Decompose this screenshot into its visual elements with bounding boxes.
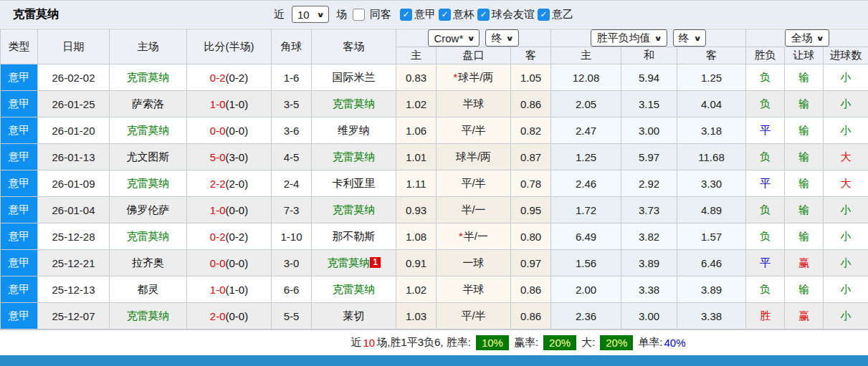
goals-result: 小 [841, 97, 852, 110]
sub-header-let: 让球 [785, 47, 824, 64]
odds-away-cell: 0.86 [511, 303, 551, 329]
big-rate-badge: 20% [600, 335, 633, 350]
avg-draw-cell: 3.00 [621, 117, 677, 144]
halftime-score: (0-0) [226, 125, 249, 137]
date-cell: 25-12-13 [38, 276, 110, 303]
goals-result-cell: 小 [824, 303, 868, 329]
corners-cell: 4-5 [272, 144, 312, 170]
wdl-result-cell: 平 [746, 170, 785, 197]
odds-away-cell: 0.97 [511, 250, 551, 276]
odds-win-rate-badge: 20% [543, 335, 576, 350]
check-icon: ✓ [441, 9, 448, 19]
home-team-cell: 克雷莫纳 [110, 223, 187, 250]
avg-type-select[interactable]: 胜平负均值 ∨ [591, 29, 667, 47]
avg-draw-cell: 5.97 [621, 144, 677, 170]
wdl-result-cell: 负 [746, 64, 785, 91]
checkbox-icon: ✓ [439, 9, 451, 21]
odds-home-cell: 0.93 [396, 197, 437, 223]
league-filter-checkbox[interactable]: ✓ 意杯 [439, 8, 474, 21]
checkbox-label: 意甲 [414, 8, 436, 21]
avg-away-cell: 3.38 [677, 303, 746, 329]
wdl-result-cell: 负 [746, 91, 785, 117]
league-filter-checkbox[interactable]: ✓ 同客 [353, 8, 391, 21]
goals-result-cell: 小 [824, 223, 868, 250]
away-team-cell: 卡利亚里 [312, 170, 396, 197]
away-team-cell: 莱切 [312, 303, 396, 329]
halftime-score: (0-2) [226, 72, 249, 84]
avg-home-cell: 1.72 [551, 197, 621, 223]
goals-result: 大 [841, 150, 852, 163]
date-cell: 26-01-04 [38, 197, 110, 223]
scope-select[interactable]: 全场 ∨ [785, 29, 829, 47]
score-cell: 1-0(1-0) [187, 276, 272, 303]
col-header-away: 客场 [312, 29, 396, 64]
odds-home-cell: 1.01 [396, 144, 437, 170]
col-header-corner: 角球 [272, 29, 312, 64]
odds-company-select[interactable]: Crow* ∨ [428, 29, 480, 47]
goals-result-cell: 大 [824, 144, 868, 170]
avg-draw-cell: 5.94 [621, 64, 677, 91]
date-cell: 26-01-25 [38, 91, 110, 117]
let-result: 赢 [798, 256, 809, 269]
handicap-cell: *半/一 [437, 223, 511, 250]
avg-home-cell: 2.36 [551, 303, 621, 329]
wdl-result: 负 [760, 97, 771, 110]
toolbar: 克雷莫纳 近 10 ∨ 场 ✓ 同客 ✓ 意甲 ✓ 意杯 ✓ 球会友谊 ✓ 意乙 [0, 0, 868, 29]
star-icon: * [459, 230, 463, 242]
let-result: 赢 [798, 309, 809, 322]
checkbox-label: 意乙 [552, 8, 573, 21]
summary-stats: 场,胜1平3负6, 胜率: [376, 336, 471, 350]
col-header-score: 比分(半场) [187, 29, 272, 64]
away-team-cell: 克雷莫纳1 [312, 250, 396, 276]
avg-away-cell: 11.68 [677, 144, 746, 170]
handicap-value: 半球 [463, 283, 485, 295]
odds-state-select[interactable]: 终 ∨ [485, 29, 518, 47]
home-team-cell: 克雷莫纳 [110, 64, 187, 91]
wdl-result-cell: 平 [746, 117, 785, 144]
avg-draw-cell: 2.92 [621, 170, 677, 197]
score-cell: 0-2(0-2) [187, 223, 272, 250]
odds-history-panel: 克雷莫纳 近 10 ∨ 场 ✓ 同客 ✓ 意甲 ✓ 意杯 ✓ 球会友谊 ✓ 意乙 [0, 0, 868, 366]
avg-state-value: 终 [679, 32, 690, 45]
home-team-cell: 都灵 [110, 276, 187, 303]
table-row: 意甲 25-12-28 克雷莫纳 0-2(0-2) 1-10 那不勒斯 1.08… [1, 223, 868, 250]
league-cell: 意甲 [1, 64, 38, 91]
away-team-cell: 克雷莫纳 [312, 144, 396, 170]
let-result-cell: 输 [785, 170, 824, 197]
league-filters: ✓ 同客 ✓ 意甲 ✓ 意杯 ✓ 球会友谊 ✓ 意乙 [350, 8, 573, 21]
chevron-down-icon: ∨ [467, 34, 475, 42]
home-team-name: 佛罗伦萨 [127, 203, 170, 216]
league-filter-checkbox[interactable]: ✓ 意乙 [538, 8, 573, 21]
avg-state-select[interactable]: 终 ∨ [673, 29, 706, 47]
away-team-cell: 克雷莫纳 [312, 91, 396, 117]
handicap-value: 半球 [463, 97, 485, 110]
handicap-value: 球半/两 [458, 71, 493, 83]
checkbox-label: 意杯 [453, 8, 474, 21]
away-team-name: 克雷莫纳 [333, 283, 376, 295]
fulltime-score: 2-0 [210, 310, 226, 322]
corners-cell: 2-4 [272, 170, 312, 197]
wdl-result: 平 [760, 177, 771, 189]
wdl-result: 平 [760, 124, 771, 136]
score-cell: 0-2(0-2) [187, 64, 272, 91]
odds-away-cell: 0.78 [511, 170, 551, 197]
league-cell: 意甲 [1, 117, 38, 144]
match-count-select[interactable]: 10 ∨ [292, 6, 329, 23]
fulltime-score: 2-2 [210, 178, 226, 190]
corners-cell: 7-3 [272, 197, 312, 223]
let-result: 输 [798, 97, 809, 110]
halftime-score: (0-0) [226, 310, 249, 322]
avg-draw-cell: 3.82 [621, 223, 677, 250]
sub-header-odds-away: 客 [511, 47, 551, 64]
league-filter-checkbox[interactable]: ✓ 意甲 [400, 8, 436, 21]
handicap-value: 平/半 [461, 309, 485, 322]
wdl-result: 负 [760, 230, 771, 242]
near-label: 近 [274, 8, 285, 21]
checkbox-icon: ✓ [353, 9, 365, 21]
big-label: 大: [581, 336, 595, 350]
avg-home-cell: 2.00 [551, 276, 621, 303]
league-filter-checkbox[interactable]: ✓ 球会友谊 [477, 8, 535, 21]
goals-result-cell: 小 [824, 250, 868, 276]
wdl-result: 平 [760, 256, 771, 269]
team-title: 克雷莫纳 [13, 7, 59, 22]
